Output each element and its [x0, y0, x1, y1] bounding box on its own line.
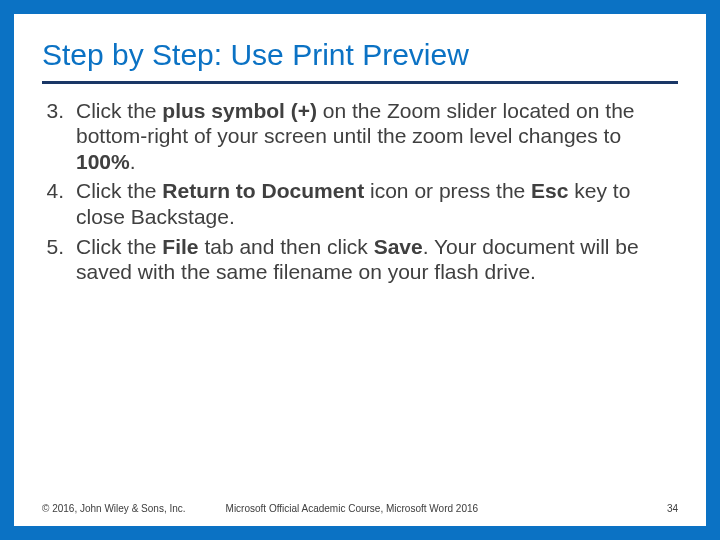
step-number: 3.: [42, 98, 76, 175]
slide: Step by Step: Use Print Preview 3.Click …: [0, 0, 720, 540]
step-bold-text: Save: [374, 235, 423, 258]
step-item: 3.Click the plus symbol (+) on the Zoom …: [42, 98, 678, 175]
step-bold-text: Return to Document: [162, 179, 364, 202]
step-item: 4.Click the Return to Document icon or p…: [42, 178, 678, 229]
footer-page-number: 34: [667, 503, 678, 514]
step-list: 3.Click the plus symbol (+) on the Zoom …: [42, 98, 678, 285]
step-number: 4.: [42, 178, 76, 229]
slide-title: Step by Step: Use Print Preview: [42, 38, 678, 79]
footer-copyright: © 2016, John Wiley & Sons, Inc.: [42, 503, 186, 514]
step-bold-text: plus symbol (+): [162, 99, 317, 122]
step-number: 5.: [42, 234, 76, 285]
slide-footer: © 2016, John Wiley & Sons, Inc. Microsof…: [42, 503, 678, 516]
step-bold-text: Esc: [531, 179, 568, 202]
step-text: Click the File tab and then click Save. …: [76, 234, 678, 285]
slide-content: 3.Click the plus symbol (+) on the Zoom …: [42, 98, 678, 504]
step-bold-text: File: [162, 235, 198, 258]
step-text: Click the Return to Document icon or pre…: [76, 178, 678, 229]
title-divider: [42, 81, 678, 84]
footer-course: Microsoft Official Academic Course, Micr…: [226, 503, 667, 514]
step-item: 5.Click the File tab and then click Save…: [42, 234, 678, 285]
step-text: Click the plus symbol (+) on the Zoom sl…: [76, 98, 678, 175]
step-bold-text: 100%: [76, 150, 130, 173]
